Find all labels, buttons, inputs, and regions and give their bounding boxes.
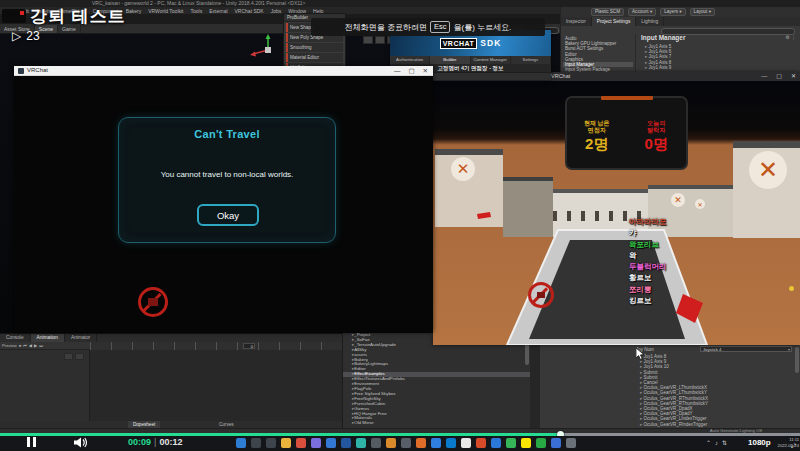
frame-field[interactable]: 0 [243,343,255,349]
viewer-count-value: 23 [26,29,39,43]
animation-toolbar: Preview ⏺⏮◀▶⏭ [0,342,90,350]
windows-start-icon[interactable] [236,438,246,448]
animation-property-column [0,350,90,421]
windows-taskbar: ⌃ ♪ ⇅ 1080p 11:11 2022-09-24 ⤢ [0,436,800,451]
kakaotalk-icon[interactable] [521,438,531,448]
app-icon-4[interactable] [356,438,366,448]
tab-inspector[interactable]: Inspector [561,17,592,26]
preview-label[interactable]: Preview [2,343,17,348]
clock-icon[interactable] [461,438,471,448]
project-folder[interactable]: Old Mirror [343,421,530,426]
app-icon-9[interactable] [431,438,441,448]
game-view[interactable]: 현재 남은 면접자 2명 오늘의 탈락자 0명 아라라라포캬왁포리브왁두블럭머리… [433,81,800,345]
menu-item[interactable]: Bakery [126,8,142,14]
app-icon-13[interactable] [536,438,546,448]
scoreboard-eliminated: 오늘의 탈락자 0명 [627,98,687,168]
app-icon-7[interactable] [401,438,411,448]
scene-tool-icon[interactable] [375,36,385,44]
scrollbar[interactable] [795,347,799,373]
app-icon-8[interactable] [416,438,426,448]
add-property-icon[interactable] [64,353,73,360]
transport-button[interactable]: ◀ [29,343,32,348]
remaining-label-line1: 현재 남은 [584,120,610,127]
tab-lighting[interactable]: Lighting [636,17,664,26]
joy-num-dropdown[interactable]: Joystick 4 [700,346,792,352]
maximize-icon[interactable]: ▢ [408,66,414,76]
vrchat-logo: VRCHAT [440,38,478,49]
sdk-tab-authentication[interactable]: Authentication [390,56,430,64]
time-display: 00:09 | 00:12 [128,437,182,447]
gear-icon[interactable]: ⚙ ⋮ [785,34,796,40]
player-nameplate: 킹르보 [629,295,749,306]
sdk-tab-content-manager[interactable]: Content Manager [471,56,511,64]
inspector-tabs: InspectorProject SettingsLighting [561,17,800,26]
app-icon-11[interactable] [491,438,501,448]
close-icon[interactable]: ✕ [791,72,796,81]
minimize-icon[interactable]: — [394,66,401,76]
app-icon-6[interactable] [386,438,396,448]
app-icon-12[interactable] [506,438,516,448]
app-icon-14[interactable] [551,438,561,448]
account-button[interactable]: Account ▾ [628,8,656,16]
file-explorer-icon[interactable] [281,438,291,448]
quality-button[interactable]: 1080p [748,438,771,447]
eliminated-label-line2: 탈락자 [647,127,665,134]
okay-button[interactable]: Okay [197,204,259,226]
toast-text-prefix: 전체화면을 종료하려면 [345,22,427,33]
sdk-tab-builder[interactable]: Builder [430,56,470,64]
menu-item[interactable]: External [209,8,227,14]
transform-gizmo[interactable] [246,34,286,68]
input-axis-row[interactable]: Oculus_GearVR_RIndexTrigger [640,422,798,427]
menu-item[interactable]: Tools [191,8,203,14]
app-icon-2[interactable] [326,438,336,448]
probuilder-button[interactable]: Material Editor [286,53,343,62]
pause-button[interactable] [27,437,36,447]
transport-button[interactable]: ▶ [34,343,37,348]
transport-button[interactable]: ⏮ [23,343,27,348]
window-titlebar[interactable]: VRChat — ▢ ✕ [14,66,433,76]
tray-expand-icon[interactable]: ⌃ [706,439,711,446]
layout-button[interactable]: Layout ▾ [690,8,715,16]
task-view-icon[interactable] [266,438,276,448]
tab-console[interactable]: Console [0,334,31,342]
layers-button[interactable]: Layers ▾ [660,8,685,16]
plastic-scm-button[interactable]: Plastic SCM [591,8,624,16]
menu-item[interactable]: Jobs [271,8,282,14]
app-icon-1[interactable] [311,438,321,448]
search-icon[interactable] [251,438,261,448]
sdk-tab-settings[interactable]: Settings [511,56,551,64]
speaker-icon[interactable]: ♪ [715,440,718,446]
app-icon-15[interactable] [566,438,576,448]
app-icon-5[interactable] [371,438,381,448]
tab-animator[interactable]: Animator [65,334,97,342]
scoreboard-accent [601,96,653,100]
tab-animation[interactable]: Animation [31,334,65,342]
transport-button[interactable]: ⏺ [19,343,21,348]
vscode-icon[interactable] [446,438,456,448]
tab-project-settings[interactable]: Project Settings [592,17,637,26]
input-axis-row[interactable]: Joy1 Axis 9 [645,65,795,70]
player-nameplate: 두블럭머리 [629,261,749,272]
animation-dopesheet-area[interactable] [90,350,342,421]
maximize-icon[interactable]: ▢ [776,72,782,81]
menu-item[interactable]: VRChat SDK [235,8,264,14]
app-icon-3[interactable] [341,438,351,448]
viewer-count: ▷ 23 [12,29,40,43]
volume-icon[interactable] [74,437,88,448]
chrome-icon[interactable] [296,438,306,448]
network-icon[interactable]: ⇅ [722,439,727,446]
close-icon[interactable]: ✕ [423,66,428,76]
filter-icon[interactable] [75,353,84,360]
app-icon-10[interactable] [476,438,486,448]
probuilder-button[interactable]: Smoothing [286,43,343,52]
project-panel: _Project_SaFae_TerrainAutoUpgradeAllSkya… [342,333,530,428]
scene-tool-icon[interactable] [363,36,373,44]
transport-button[interactable]: ⏭ [39,343,43,348]
minimize-icon[interactable]: — [761,72,767,81]
record-dot-icon [20,11,24,15]
menu-item[interactable]: VRWorld Toolkit [148,8,183,14]
project-folder-tree: _Project_SaFae_TerrainAutoUpgradeAllSkya… [343,333,530,426]
fullscreen-icon[interactable]: ⤢ [791,443,796,450]
remaining-label-line2: 면접자 [584,127,610,134]
vrchat-app-icon [18,68,24,74]
